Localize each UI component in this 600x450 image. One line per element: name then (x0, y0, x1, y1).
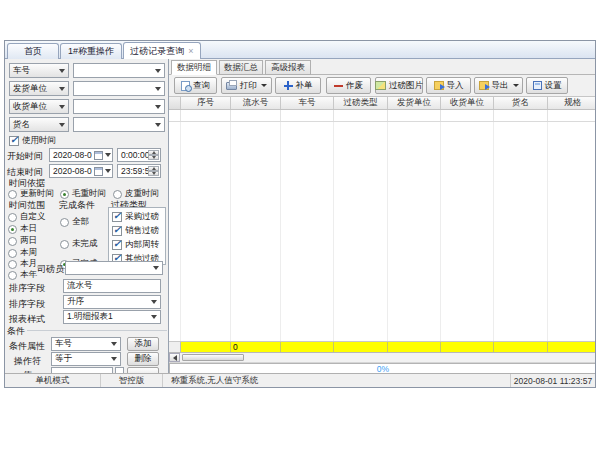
import-button[interactable]: 导入 (426, 77, 471, 94)
calendar-icon (92, 149, 112, 161)
tab-advanced-report[interactable]: 高级报表 (265, 60, 311, 75)
spinner-arrows-icon[interactable] (148, 166, 159, 176)
weigh-photo-button[interactable]: 过磅图片 (375, 77, 423, 94)
filter-field-selector-goods[interactable]: 货名 (9, 117, 69, 132)
supplement-order-button[interactable]: 补单 (275, 77, 321, 94)
tab-data-summary[interactable]: 数据汇总 (219, 60, 263, 75)
use-time-checkbox[interactable]: 使用时间 (9, 135, 56, 147)
checkbox-sale-weigh[interactable]: 销售过磅 (112, 225, 159, 237)
radio-icon (113, 190, 122, 199)
import-icon (434, 81, 444, 90)
checkbox-checked-icon (112, 240, 122, 250)
chevron-down-icon (151, 100, 164, 113)
chevron-down-icon (55, 64, 68, 77)
checkbox-purchase-weigh[interactable]: 采购过磅 (112, 211, 159, 223)
add-condition-button[interactable]: 添加 (127, 337, 159, 351)
condition-attribute-combo[interactable]: 车号 (51, 337, 121, 351)
checkbox-checked-icon (9, 136, 19, 146)
finish-condition-label: 完成条件 (59, 199, 95, 212)
horizontal-scrollbar[interactable] (169, 353, 596, 363)
chevron-down-icon (147, 311, 160, 323)
print-button[interactable]: 打印 (221, 77, 272, 94)
scrollbar-thumb[interactable] (182, 354, 244, 361)
image-icon (375, 81, 386, 90)
query-button[interactable]: 查询 (174, 77, 217, 94)
sort-field-label: 排序字段 (9, 282, 45, 295)
chevron-down-icon (55, 100, 68, 113)
results-area: 数据明细 数据汇总 高级报表 查询 打印 补单 作废 (169, 59, 596, 375)
col-header-weigh-type[interactable]: 过磅类型 (334, 97, 388, 109)
col-header-shipper[interactable]: 发货单位 (388, 97, 441, 109)
grid-toolbar: 查询 打印 补单 作废 过磅图片 导入 (169, 75, 596, 97)
divider (27, 330, 167, 331)
export-icon (479, 81, 489, 90)
app-window: 首页 1#称重操作 过磅记录查询 × 车号 发货单位 收货单位 (4, 40, 596, 388)
radio-icon (8, 260, 17, 269)
filter-value-shipper[interactable] (73, 81, 165, 96)
search-icon (181, 81, 190, 91)
summary-row[interactable]: 0 (169, 341, 596, 353)
checkbox-checked-icon (112, 226, 122, 236)
progress-value: 0% (377, 364, 389, 374)
operator-combo[interactable]: 等于 (51, 352, 121, 366)
radio-icon (8, 213, 17, 222)
sort-field-input[interactable]: 流水号 (63, 279, 161, 293)
sort-order-combo[interactable]: 升序 (63, 295, 161, 309)
weigher-combo[interactable] (65, 261, 163, 275)
filter-field-selector-vehicle[interactable]: 车号 (9, 63, 69, 78)
radio-custom-range[interactable]: 自定义 (8, 211, 46, 223)
calendar-icon (92, 165, 112, 177)
status-bar: 单机模式 智控版 称重系统,无人值守系统 2020-08-01 11:23:57 (5, 373, 595, 387)
settings-button[interactable]: 设置 (526, 77, 568, 94)
radio-icon (8, 190, 17, 199)
grid-empty-row[interactable] (169, 110, 596, 122)
radio-icon (60, 218, 69, 227)
col-header-spec[interactable]: 规格 (548, 97, 596, 109)
report-style-combo[interactable]: 1.明细报表1 (63, 310, 161, 324)
row-selector-header[interactable] (169, 97, 181, 109)
radio-today[interactable]: 本日 (8, 223, 37, 235)
chevron-down-icon (513, 84, 519, 87)
col-header-vehicle[interactable]: 车号 (281, 97, 334, 109)
filter-value-receiver[interactable] (73, 99, 165, 114)
filter-value-vehicle[interactable] (73, 63, 165, 78)
start-date-picker[interactable]: 2020-08-01 (49, 148, 113, 162)
status-edition: 智控版 (101, 374, 163, 387)
filter-sidebar: 车号 发货单位 收货单位 货名 (5, 59, 169, 375)
chevron-down-icon (151, 118, 164, 131)
end-date-picker[interactable]: 2020-08-01 (49, 164, 113, 178)
condition-attribute-label: 条件属性 (9, 340, 45, 353)
scroll-left-arrow-icon[interactable] (169, 353, 180, 362)
col-header-receiver[interactable]: 收货单位 (441, 97, 494, 109)
radio-all[interactable]: 全部 (60, 216, 89, 228)
radio-this-year[interactable]: 本年 (8, 269, 37, 281)
filter-field-selector-receiver[interactable]: 收货单位 (9, 99, 69, 114)
radio-two-days[interactable]: 两日 (8, 235, 37, 247)
tab-weighing-operation[interactable]: 1#称重操作 (60, 43, 122, 59)
tab-data-detail[interactable]: 数据明细 (171, 60, 217, 75)
tab-record-query[interactable]: 过磅记录查询 × (123, 42, 201, 59)
filter-value-goods[interactable] (73, 117, 165, 132)
export-button[interactable]: 导出 (474, 77, 523, 94)
chevron-down-icon (55, 118, 68, 131)
main-tab-bar: 首页 1#称重操作 过磅记录查询 × (5, 41, 595, 59)
grid-body[interactable] (169, 122, 596, 341)
chevron-down-icon (147, 296, 160, 308)
start-time-spinner[interactable]: 0:00:00 (117, 148, 161, 162)
void-button[interactable]: 作废 (326, 77, 371, 94)
spinner-arrows-icon[interactable] (148, 150, 159, 160)
delete-condition-button[interactable]: 删除 (127, 352, 159, 366)
grid-header: 序号 流水号 车号 过磅类型 发货单位 收货单位 货名 规格 (169, 97, 596, 110)
col-header-seq[interactable]: 序号 (181, 97, 231, 109)
end-time-spinner[interactable]: 23:59:59 (117, 164, 161, 178)
radio-icon (8, 271, 17, 280)
chevron-down-icon (107, 353, 120, 365)
tab-home[interactable]: 首页 (7, 43, 59, 59)
filter-field-selector-shipper[interactable]: 发货单位 (9, 81, 69, 96)
col-header-goods[interactable]: 货名 (494, 97, 548, 109)
chevron-down-icon (151, 64, 164, 77)
col-header-serial[interactable]: 流水号 (231, 97, 281, 109)
radio-unfinished[interactable]: 未完成 (60, 238, 98, 250)
checkbox-internal-transfer[interactable]: 内部周转 (112, 239, 159, 251)
close-icon[interactable]: × (188, 47, 193, 56)
